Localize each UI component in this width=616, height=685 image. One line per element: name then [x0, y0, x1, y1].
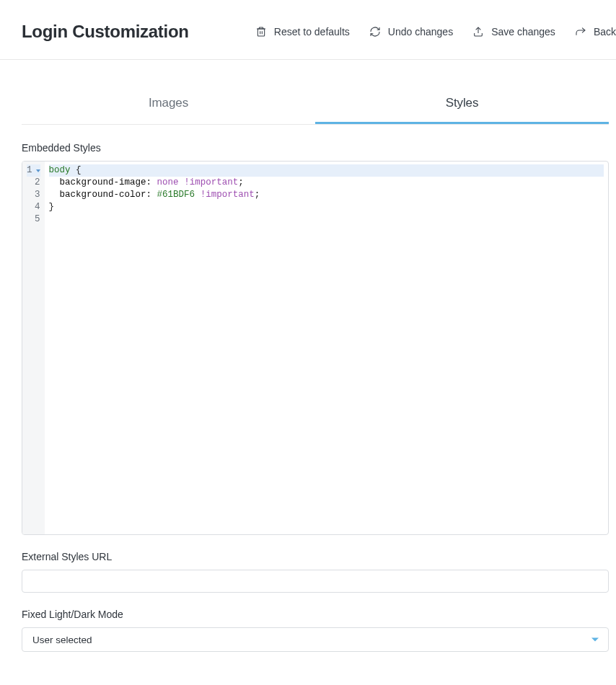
line-number: 4 [27, 201, 40, 213]
external-styles-input[interactable] [22, 570, 609, 593]
toolbar: Reset to defaults Undo changes Save chan… [255, 25, 616, 38]
reset-button[interactable]: Reset to defaults [255, 25, 350, 38]
tab-styles-label: Styles [446, 96, 479, 110]
svg-rect-0 [258, 29, 264, 36]
line-number: 3 [27, 189, 40, 201]
save-button[interactable]: Save changes [472, 25, 555, 38]
code-line[interactable]: body { [49, 164, 604, 177]
editor-code-area[interactable]: body { background-image: none !important… [45, 162, 608, 534]
tab-styles[interactable]: Styles [315, 87, 609, 124]
save-label: Save changes [491, 26, 555, 37]
line-number: 1 [27, 164, 40, 177]
mode-label: Fixed Light/Dark Mode [22, 609, 609, 620]
css-code-editor[interactable]: 12345 body { background-image: none !imp… [22, 161, 609, 535]
tab-images-label: Images [149, 96, 188, 110]
code-line[interactable] [49, 213, 604, 226]
line-number: 5 [27, 213, 40, 226]
mode-select-value: User selected [32, 635, 92, 645]
page-title: Login Customization [22, 22, 189, 42]
forward-arrow-icon [574, 25, 587, 38]
back-label: Back [594, 26, 616, 37]
refresh-icon [369, 25, 382, 38]
code-line[interactable]: background-image: none !important; [49, 177, 604, 189]
external-styles-label: External Styles URL [22, 551, 609, 562]
tab-images[interactable]: Images [22, 87, 315, 124]
reset-label: Reset to defaults [274, 26, 350, 37]
undo-label: Undo changes [388, 26, 453, 37]
trash-icon [255, 25, 268, 38]
back-button[interactable]: Back [574, 25, 616, 38]
undo-button[interactable]: Undo changes [369, 25, 453, 38]
embedded-styles-label: Embedded Styles [22, 142, 609, 154]
line-number: 2 [27, 177, 40, 189]
page-header: Login Customization Reset to defaults Un… [0, 14, 616, 60]
upload-icon [472, 25, 485, 38]
fold-caret-icon[interactable] [36, 169, 40, 172]
code-line[interactable]: } [49, 201, 604, 213]
code-line[interactable]: background-color: #61BDF6 !important; [49, 189, 604, 201]
editor-gutter: 12345 [22, 162, 45, 534]
tab-bar: Images Styles [22, 87, 609, 125]
mode-select[interactable]: User selected [22, 627, 609, 652]
